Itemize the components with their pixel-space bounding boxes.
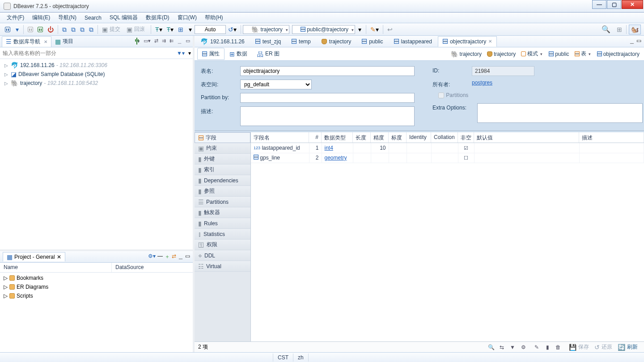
subtab-properties[interactable]: 属性: [197, 48, 225, 60]
project-item-scripts[interactable]: ▷Scripts: [1, 291, 192, 300]
menu-edit[interactable]: 编辑(E): [28, 13, 54, 23]
nav-expand-icon[interactable]: ⇉: [161, 37, 167, 46]
sql-script-button[interactable]: ⧉: [69, 25, 77, 34]
menu-sql[interactable]: SQL 编辑器: [106, 13, 142, 23]
cat-foreign-keys[interactable]: ▮外键: [195, 154, 250, 164]
cat-virtual[interactable]: ☷Virtual: [195, 261, 250, 272]
owner-link[interactable]: postgres: [472, 80, 492, 86]
close-icon[interactable]: ✕: [57, 254, 61, 260]
search-icon[interactable]: 🔍: [486, 343, 496, 352]
dbeaver-perspective[interactable]: 🐿️: [629, 25, 641, 34]
col-type-header[interactable]: 数据类型: [322, 132, 353, 143]
search-button[interactable]: 🔍: [600, 25, 614, 34]
proj-collapse-icon[interactable]: —: [157, 253, 163, 261]
editor-tab-3[interactable]: trajectory: [317, 36, 356, 47]
revert-button[interactable]: ↺还原: [594, 343, 612, 351]
back-button[interactable]: ↩: [386, 25, 394, 34]
expand-icon[interactable]: ▷: [4, 63, 9, 68]
tab-db-navigator[interactable]: ☰数据库导航✕: [2, 36, 51, 47]
partitions-checkbox[interactable]: Partitions: [438, 92, 468, 98]
table-row[interactable]: 123 lastappeared_id 1 int4 10 ☑: [251, 143, 644, 153]
schema-dropdown[interactable]: ▾: [356, 25, 364, 34]
extra-options-input[interactable]: [477, 103, 643, 123]
new-connection-button[interactable]: [3, 25, 12, 34]
new-sql-button[interactable]: ⧉: [87, 25, 95, 34]
col-collation-header[interactable]: Collation: [431, 132, 458, 143]
editor-tab-1[interactable]: test_zjq: [250, 36, 286, 47]
project-tree[interactable]: ▷Bookmarks ▷ER Diagrams ▷Scripts: [0, 273, 193, 352]
crumb-table[interactable]: objecttrajactory: [595, 50, 641, 58]
menu-navigate[interactable]: 导航(N): [54, 13, 80, 23]
editor-tab-5[interactable]: lastappeared: [389, 36, 437, 47]
type-link[interactable]: int4: [325, 145, 333, 151]
tx-log-button[interactable]: ⊞: [176, 25, 185, 34]
nav-connect-icon[interactable]: ▾: [136, 37, 141, 46]
editor-tab-0[interactable]: 🐬192.168.11.26: [195, 36, 250, 47]
table-name-input[interactable]: [240, 66, 415, 76]
crumb-schema-folder[interactable]: 模式▾: [519, 49, 545, 59]
sql-editor-button[interactable]: ⧉: [60, 25, 68, 34]
expand-icon[interactable]: ▷: [4, 81, 9, 86]
expand-icon[interactable]: ▷: [4, 72, 9, 77]
cat-partitions[interactable]: ☰Partitions: [195, 197, 250, 207]
tx-mode-button[interactable]: Ŧ▾: [153, 25, 164, 34]
partition-by-input[interactable]: [240, 93, 415, 103]
proj-add-icon[interactable]: ＋: [165, 253, 170, 261]
edit-button[interactable]: ✎▾: [369, 25, 381, 34]
col-notnull-header[interactable]: 非空: [458, 132, 474, 143]
cat-constraints[interactable]: ▣约束: [195, 143, 250, 154]
cat-ddl[interactable]: ⋄DDL: [195, 250, 250, 261]
cat-columns[interactable]: 字段: [195, 132, 250, 143]
col-default-header[interactable]: 默认值: [474, 132, 579, 143]
project-item-bookmarks[interactable]: ▷Bookmarks: [1, 274, 192, 282]
table-row[interactable]: gps_line 2 geometry ☐: [251, 153, 644, 163]
gear-icon[interactable]: ⚙: [518, 343, 528, 352]
nav-minimize-icon[interactable]: ＿: [176, 37, 183, 46]
project-tab[interactable]: ▦Project - General✕: [3, 252, 65, 261]
col-identity-header[interactable]: Identity: [407, 132, 431, 143]
cat-references[interactable]: ▮参照: [195, 186, 250, 197]
edit-icon[interactable]: ✎: [532, 343, 542, 352]
cat-indexes[interactable]: ▮索引: [195, 164, 250, 175]
reconnect-button[interactable]: [36, 25, 45, 34]
tx-isolation-button[interactable]: Ŧ▾: [165, 25, 176, 34]
col-num-header[interactable]: #: [309, 132, 322, 143]
subtab-er[interactable]: 品ER 图: [252, 48, 284, 60]
col-prec-header[interactable]: 精度: [371, 132, 389, 143]
filter-funnel-icon[interactable]: ▼▾: [175, 48, 186, 58]
tx-log-dropdown[interactable]: ▾: [186, 25, 194, 34]
cat-dependencies[interactable]: ▮Dependencies: [195, 175, 250, 186]
nav-filter-icon[interactable]: ▭▾: [143, 37, 152, 46]
schema-combo[interactable]: public@trajectory▾: [292, 25, 355, 34]
editor-maximize-icon[interactable]: ▭: [636, 38, 641, 45]
proj-minimize-icon[interactable]: ＿: [178, 253, 183, 261]
cat-permissions[interactable]: ⚿权限: [195, 240, 250, 250]
tree-node-sqlite[interactable]: ▷ ◪ DBeaver Sample Database (SQLite): [1, 70, 192, 79]
gear-icon[interactable]: ⚙▾: [148, 253, 156, 261]
proj-link-icon[interactable]: ⇄: [172, 253, 176, 261]
menu-file[interactable]: 文件(F): [3, 13, 28, 23]
rollback-button[interactable]: ▣回滚: [125, 25, 148, 34]
refresh-button[interactable]: 🔄刷新: [618, 343, 638, 351]
delete-row-icon[interactable]: 🗑: [553, 343, 563, 352]
cat-rules[interactable]: ▮Rules: [195, 218, 250, 229]
minimize-button[interactable]: —: [592, 0, 606, 9]
crumb-database[interactable]: trajectory: [485, 50, 517, 58]
editor-tab-4[interactable]: public: [357, 36, 388, 47]
new-connection-dropdown[interactable]: ▾: [13, 25, 21, 34]
disconnect-button[interactable]: ⏻: [46, 25, 55, 34]
cat-triggers[interactable]: ▮触发器: [195, 207, 250, 218]
description-input[interactable]: [240, 106, 415, 126]
editor-tab-6[interactable]: objecttrajactory✕: [438, 36, 497, 47]
col-scale-header[interactable]: 标度: [389, 132, 407, 143]
perspective-button[interactable]: ⊞: [615, 25, 624, 34]
tree-node-pg[interactable]: ▷ 🐘 trajectory - 192.168.11.108:5432: [1, 79, 192, 88]
project-item-er[interactable]: ▷ER Diagrams: [1, 282, 192, 291]
cat-statistics[interactable]: ⫿Statistics: [195, 229, 250, 240]
tab-project[interactable]: ▦项目: [51, 36, 77, 46]
save-button[interactable]: 💾保存: [569, 343, 589, 351]
maximize-button[interactable]: ▢: [607, 0, 621, 9]
crumb-connection[interactable]: 🐘trajectory: [449, 50, 483, 58]
sql-console-button[interactable]: ⧉: [78, 25, 86, 34]
crumb-tables-folder[interactable]: 表▾: [573, 49, 593, 59]
